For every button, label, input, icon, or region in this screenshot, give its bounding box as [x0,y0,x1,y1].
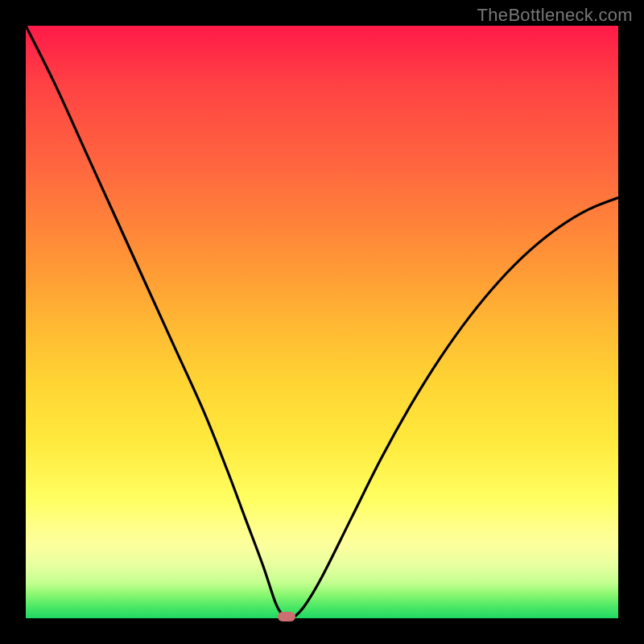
watermark-text: TheBottleneck.com [477,5,633,26]
plot-area [26,26,618,618]
bottleneck-curve [26,26,618,618]
min-marker [278,612,295,621]
chart-frame: TheBottleneck.com [0,0,644,644]
